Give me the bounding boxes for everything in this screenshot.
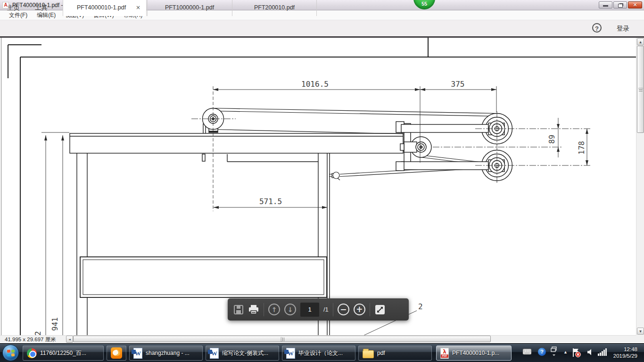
page-count-label: /1 bbox=[323, 306, 329, 313]
windows-flag-icon bbox=[7, 350, 10, 353]
taskbar-item-word-1[interactable]: shangzhuang - ... bbox=[129, 346, 203, 361]
taskbar-item-orange-app[interactable] bbox=[107, 346, 126, 361]
taskbar-clock[interactable]: 12:48 2019/5/29 bbox=[613, 346, 637, 359]
document-tab[interactable]: PFT200010.pdf bbox=[232, 0, 317, 16]
clock-date: 2019/5/29 bbox=[613, 353, 637, 359]
clock-time: 12:48 bbox=[613, 346, 637, 353]
document-size-label: 41.995 x 29.697 厘米 bbox=[5, 336, 56, 343]
helper-question-icon[interactable]: ? bbox=[538, 348, 546, 356]
orange-app-icon bbox=[111, 347, 122, 359]
network-signal-icon[interactable] bbox=[598, 348, 607, 356]
taskbar-item-word-2[interactable]: 缩写论文-侧装式... bbox=[206, 346, 279, 361]
chrome-icon bbox=[27, 348, 37, 358]
balloon-2: 2 bbox=[418, 302, 423, 311]
dim-375: 375 bbox=[451, 80, 465, 89]
word-icon bbox=[210, 348, 219, 359]
toolbar-divider bbox=[370, 303, 370, 316]
zoom-in-icon[interactable]: + bbox=[354, 304, 365, 315]
next-page-icon[interactable]: ↓ bbox=[284, 304, 296, 315]
dim-1016-5: 1016.5 bbox=[301, 80, 329, 89]
task-label: shangzhuang - ... bbox=[146, 350, 190, 356]
windows-taskbar: 11760/12250_百... shangzhuang - ... 缩写论文-… bbox=[0, 343, 644, 362]
dim-partial: 2 bbox=[33, 331, 42, 335]
dim-178: 178 bbox=[577, 141, 586, 155]
status-scroll-row: 41.995 x 29.697 厘米 ◄ bbox=[0, 335, 644, 342]
acrobat-icon bbox=[440, 348, 449, 359]
previous-page-icon[interactable]: ↑ bbox=[268, 304, 280, 315]
scroll-down-icon[interactable]: ▼ bbox=[637, 328, 644, 335]
action-center-flag-icon[interactable] bbox=[571, 347, 582, 358]
close-button[interactable] bbox=[628, 1, 642, 8]
word-icon bbox=[133, 348, 142, 359]
show-hidden-icons[interactable]: ▲ bbox=[563, 350, 568, 354]
task-label: PFT4000010-1.p... bbox=[452, 350, 499, 356]
table-beam bbox=[70, 133, 403, 161]
input-method-keyboard-icon[interactable] bbox=[522, 348, 532, 355]
task-label: 11760/12250_百... bbox=[40, 349, 86, 357]
document-tab[interactable]: PFT1000000-1.pdf bbox=[147, 0, 231, 16]
dim-89: 89 bbox=[547, 135, 556, 144]
task-label: pdf bbox=[377, 350, 385, 356]
volume-icon[interactable] bbox=[586, 348, 594, 356]
tab-label: PFT1000000-1.pdf bbox=[148, 4, 231, 11]
vertical-scrollbar[interactable]: ▲ ▼ bbox=[636, 38, 644, 335]
vertical-scroll-thumb[interactable] bbox=[637, 46, 644, 133]
floating-speed-ball-badge[interactable]: 55 bbox=[413, 0, 435, 9]
nav-home[interactable]: 主页 bbox=[7, 4, 20, 12]
minimize-button[interactable] bbox=[599, 1, 612, 8]
zoom-out-icon[interactable]: − bbox=[338, 304, 349, 315]
pdf-floating-toolbar: ↑ ↓ 1 /1 − + bbox=[228, 298, 409, 321]
taskbar-item-chrome[interactable]: 11760/12250_百... bbox=[23, 346, 104, 361]
pivot-arms bbox=[396, 122, 504, 172]
document-tab-active[interactable]: PFT4000010-1.pdf × bbox=[63, 0, 147, 16]
speed-ball-value: 55 bbox=[413, 1, 435, 7]
folder-icon bbox=[363, 350, 374, 358]
dim-571-5: 571.5 bbox=[259, 197, 282, 206]
fullscreen-icon[interactable] bbox=[374, 304, 386, 315]
restore-button[interactable] bbox=[613, 1, 627, 8]
taskbar-item-word-3[interactable]: 毕业设计（论文... bbox=[282, 346, 355, 361]
page-number-input[interactable]: 1 bbox=[300, 303, 319, 317]
tab-label: PFT200010.pdf bbox=[232, 4, 316, 11]
task-label: 毕业设计（论文... bbox=[298, 349, 343, 357]
sign-in-link[interactable]: 登录 bbox=[617, 25, 629, 33]
tab-bar bbox=[0, 20, 644, 36]
taskbar-item-acrobat-active[interactable]: PFT4000010-1.p... bbox=[436, 346, 512, 361]
toolbar-divider bbox=[333, 303, 333, 316]
tab-close-icon[interactable]: × bbox=[136, 4, 140, 11]
start-button[interactable] bbox=[2, 345, 19, 361]
horizontal-scroll-thumb[interactable] bbox=[73, 336, 491, 342]
eye-bolt bbox=[329, 172, 340, 180]
save-icon[interactable] bbox=[233, 304, 244, 315]
engineering-drawing-canvas: 1016.5 375 571.5 89 178 941 2 2 bbox=[0, 38, 636, 335]
scrollbar-corner bbox=[636, 335, 644, 342]
word-icon bbox=[286, 348, 295, 359]
help-icon[interactable]: ? bbox=[592, 23, 602, 33]
pdf-page-view: 1016.5 375 571.5 89 178 941 2 2 bbox=[0, 38, 644, 343]
base-box bbox=[80, 257, 327, 297]
dim-941: 941 bbox=[50, 317, 59, 331]
task-label: 缩写论文-侧装式... bbox=[222, 349, 268, 357]
toolbar-divider bbox=[264, 303, 264, 316]
taskbar-item-folder-pdf[interactable]: pdf bbox=[358, 346, 432, 361]
nav-tools[interactable]: 工具 bbox=[35, 4, 48, 12]
window-switch-icon[interactable] bbox=[551, 346, 557, 357]
print-icon[interactable] bbox=[248, 304, 259, 315]
scroll-left-icon[interactable]: ◄ bbox=[66, 336, 73, 343]
tab-label: PFT4000010-1.pdf bbox=[63, 4, 146, 11]
desktop: A PFT4000010-1.pdf - Adobe Acrobat Reade… bbox=[0, 0, 644, 362]
scroll-up-icon[interactable]: ▲ bbox=[637, 38, 644, 45]
